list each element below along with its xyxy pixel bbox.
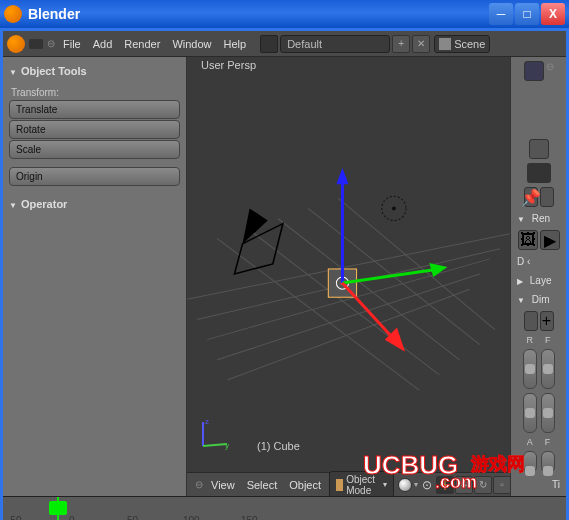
outliner-icon[interactable] bbox=[524, 61, 544, 81]
preset-button[interactable] bbox=[524, 311, 538, 331]
screen-layout-dropdown[interactable]: Default bbox=[280, 35, 390, 53]
render-image-button[interactable]: 🖼 bbox=[518, 230, 538, 250]
svg-point-13 bbox=[392, 206, 396, 210]
svg-line-25 bbox=[203, 444, 227, 446]
display-label: D ‹ bbox=[513, 254, 564, 269]
view-menu[interactable]: View bbox=[207, 477, 239, 493]
properties-editor-icon[interactable] bbox=[529, 139, 549, 159]
aspect-x-slider[interactable] bbox=[523, 451, 537, 473]
editor-type-dropdown[interactable] bbox=[29, 39, 43, 49]
timeline-editor: -50 0 50 100 150 🕐 ⊖ View Marker Frame P… bbox=[3, 496, 566, 520]
layers-panel-header[interactable]: Laye bbox=[513, 273, 564, 288]
outliner-collapse-icon[interactable]: ⊖ bbox=[546, 61, 554, 81]
frame-label: F bbox=[545, 335, 551, 345]
menu-add[interactable]: Add bbox=[89, 36, 117, 52]
context-icon[interactable] bbox=[540, 187, 554, 207]
menu-render[interactable]: Render bbox=[120, 36, 164, 52]
window-titlebar: Blender ─ □ X bbox=[0, 0, 569, 28]
origin-button[interactable]: Origin bbox=[9, 167, 180, 186]
menu-window[interactable]: Window bbox=[168, 36, 215, 52]
close-button[interactable]: X bbox=[541, 3, 565, 25]
pin-icon[interactable]: 📌 bbox=[524, 187, 538, 207]
object-tools-header[interactable]: Object Tools bbox=[7, 61, 182, 81]
operator-header[interactable]: Operator bbox=[7, 194, 182, 214]
add-preset-button[interactable]: + bbox=[540, 311, 554, 331]
object-menu[interactable]: Object bbox=[285, 477, 325, 493]
delete-screen-button[interactable]: ✕ bbox=[412, 35, 430, 53]
resolution-label: R bbox=[527, 335, 534, 345]
manipulator-gizmo bbox=[336, 168, 447, 352]
shading-dropdown[interactable] bbox=[398, 478, 412, 492]
minimize-button[interactable]: ─ bbox=[489, 3, 513, 25]
svg-marker-18 bbox=[336, 168, 348, 184]
res-x-slider[interactable] bbox=[523, 349, 537, 389]
active-object-label: (1) Cube bbox=[257, 440, 300, 452]
screen-browse-button[interactable] bbox=[260, 35, 278, 53]
scene-icon bbox=[439, 38, 451, 50]
info-header: ⊖ File Add Render Window Help Default + … bbox=[3, 31, 566, 57]
window-title: Blender bbox=[28, 6, 489, 22]
svg-text:y: y bbox=[225, 441, 229, 450]
maximize-button[interactable]: □ bbox=[515, 3, 539, 25]
dimensions-panel-header[interactable]: Dim bbox=[513, 292, 564, 307]
manipulator-rotate[interactable]: ↻ bbox=[474, 476, 492, 494]
manipulator-translate[interactable]: ↔ bbox=[455, 476, 473, 494]
rotate-button[interactable]: Rotate bbox=[9, 120, 180, 139]
framerange-label: F bbox=[545, 437, 551, 447]
tick: 0 bbox=[69, 515, 75, 520]
tick: 150 bbox=[241, 515, 258, 520]
viewport-header: ⊖ View Select Object Object Mode ▾ ▾ ⊙ ↔ bbox=[187, 472, 510, 496]
start-slider[interactable] bbox=[541, 451, 555, 473]
camera-wireframe bbox=[234, 208, 282, 274]
render-panel-header[interactable]: Ren bbox=[513, 211, 564, 226]
scene-name: Scene bbox=[454, 38, 485, 50]
tick: -50 bbox=[7, 515, 21, 520]
playhead[interactable] bbox=[57, 497, 59, 520]
add-screen-button[interactable]: + bbox=[392, 35, 410, 53]
fps-slider[interactable] bbox=[541, 349, 555, 389]
properties-panel: ⊖ 📌 Ren 🖼▶ D ‹ Laye Dim + RF AF Ti bbox=[510, 57, 566, 496]
menu-help[interactable]: Help bbox=[220, 36, 251, 52]
svg-line-4 bbox=[227, 289, 469, 380]
res-y-slider[interactable] bbox=[523, 393, 537, 433]
translate-button[interactable]: Translate bbox=[9, 100, 180, 119]
viewport-view-label: User Persp bbox=[201, 59, 256, 71]
cube-icon bbox=[336, 479, 343, 491]
svg-line-5 bbox=[217, 239, 419, 390]
tick: 50 bbox=[127, 515, 138, 520]
lamp-icon bbox=[382, 196, 406, 220]
collapse-menu-icon[interactable]: ⊖ bbox=[195, 479, 203, 490]
pivot-dropdown[interactable]: ⊙ bbox=[422, 478, 432, 492]
viewport-grid bbox=[187, 57, 510, 441]
app-icon bbox=[4, 5, 22, 23]
render-tab-icon[interactable] bbox=[527, 163, 551, 183]
render-anim-button[interactable]: ▶ bbox=[540, 230, 560, 250]
timeline-ruler[interactable]: -50 0 50 100 150 bbox=[3, 497, 566, 520]
collapse-icon[interactable]: ⊖ bbox=[47, 38, 55, 49]
axis-mini-widget: z y bbox=[195, 414, 235, 454]
manipulator-scale[interactable]: ▫ bbox=[493, 476, 510, 494]
tool-shelf: Object Tools Transform: Translate Rotate… bbox=[3, 57, 187, 496]
manipulator-toggle[interactable] bbox=[436, 476, 454, 494]
menu-file[interactable]: File bbox=[59, 36, 85, 52]
time-remap-label: Ti bbox=[513, 477, 564, 492]
tick: 100 bbox=[183, 515, 200, 520]
fps-base-slider[interactable] bbox=[541, 393, 555, 433]
scene-dropdown[interactable]: Scene bbox=[434, 35, 490, 53]
3d-viewport[interactable]: User Persp z y (1) Cube ⊖ View Select Ob… bbox=[187, 57, 510, 496]
mode-dropdown[interactable]: Object Mode ▾ bbox=[329, 471, 394, 497]
select-menu[interactable]: Select bbox=[243, 477, 282, 493]
transform-label: Transform: bbox=[11, 87, 182, 98]
aspect-label: A bbox=[527, 437, 533, 447]
svg-marker-10 bbox=[234, 224, 282, 274]
svg-text:z: z bbox=[205, 417, 209, 426]
svg-marker-11 bbox=[243, 208, 268, 243]
blender-logo-icon bbox=[7, 35, 25, 53]
scale-button[interactable]: Scale bbox=[9, 140, 180, 159]
